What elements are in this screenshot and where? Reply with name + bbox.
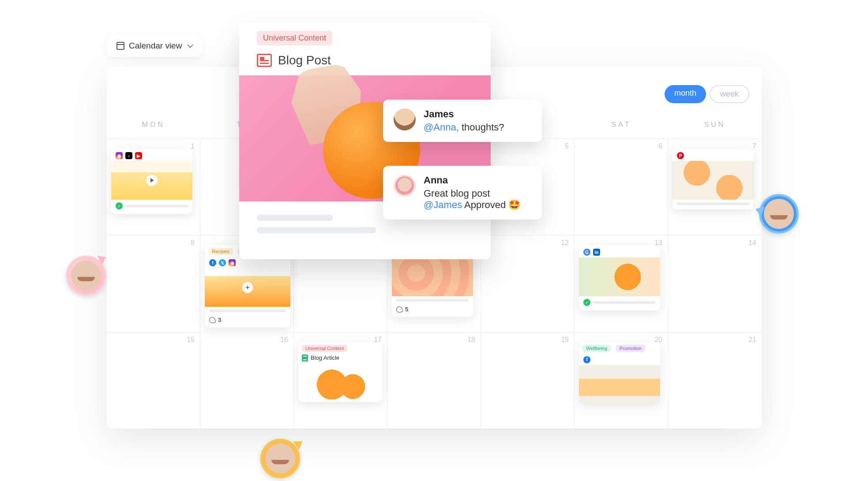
date-label: 5: [565, 142, 569, 150]
comment-text: Great blog post: [424, 188, 490, 199]
toggle-month[interactable]: month: [665, 85, 706, 103]
comment-author: Anna: [424, 175, 520, 186]
card-channel-icons: f: [579, 353, 660, 365]
comment-mention[interactable]: @Anna,: [424, 122, 459, 133]
play-icon[interactable]: [146, 175, 158, 186]
card-thumbnail: [673, 161, 754, 200]
card-footer: ✓: [579, 296, 660, 310]
tag-universal-content[interactable]: Universal Content: [302, 345, 347, 352]
card-footer: ✓: [111, 200, 192, 214]
card-footer: [673, 200, 754, 209]
date-label: 7: [752, 142, 756, 150]
date-label: 8: [191, 239, 195, 247]
weekday-label: SUN: [668, 121, 762, 138]
cell-18[interactable]: 18: [387, 332, 481, 429]
date-label: 19: [561, 336, 569, 344]
cell-12[interactable]: 12: [481, 235, 575, 332]
chevron-down-icon: [187, 42, 193, 48]
blog-post-title: Blog Post: [278, 53, 331, 67]
pinterest-icon: P: [677, 152, 684, 159]
avatar-face: [71, 261, 101, 291]
tag-universal-content[interactable]: Universal Content: [257, 31, 332, 45]
calendar-icon: [116, 42, 124, 50]
comment-text: thoughts?: [459, 122, 504, 133]
tag-promotion[interactable]: Promotion: [616, 345, 645, 352]
collaborator-cursor-james: [260, 439, 300, 478]
zoom-in-icon[interactable]: ＋: [242, 282, 253, 293]
comment-bubble-anna[interactable]: Anna Great blog post @James Approved 🤩: [383, 166, 542, 220]
cell-19[interactable]: 19: [481, 332, 575, 429]
avatar-face: [764, 199, 794, 229]
twitter-icon: 𝕏: [219, 259, 226, 266]
approved-icon: ✓: [116, 202, 123, 209]
calendar-view-dropdown[interactable]: Calendar view: [107, 35, 202, 57]
approved-icon: ✓: [583, 299, 590, 306]
date-label: 12: [561, 239, 569, 247]
doc-label: Blog Article: [311, 354, 339, 361]
comment-icon: [396, 306, 402, 313]
cell-8[interactable]: 8: [107, 235, 200, 332]
youtube-icon: ▶: [135, 152, 142, 159]
cell-6[interactable]: 6: [575, 138, 668, 235]
avatar-face: [265, 444, 295, 474]
post-card-sat20[interactable]: Wellbeing Promotion f: [579, 342, 660, 404]
post-card-mon1[interactable]: ◉ ♪ ▶ ✓: [111, 149, 192, 214]
caption-placeholder: [396, 299, 469, 302]
range-toggle: month week: [665, 85, 749, 103]
comment-author: James: [424, 108, 504, 120]
cell-20[interactable]: 20 Wellbeing Promotion f: [575, 332, 668, 429]
comment-count: 5: [405, 306, 408, 313]
tag-recipes[interactable]: Recipes: [208, 248, 233, 255]
calendar-view-label: Calendar view: [129, 41, 182, 51]
tag-wellbeing[interactable]: Wellbeing: [582, 345, 611, 352]
card-channel-icons: G in: [579, 245, 660, 257]
cell-14[interactable]: 14: [668, 235, 762, 332]
comment-bubble-james[interactable]: James @Anna, thoughts?: [383, 100, 542, 142]
weekday-label: MON: [107, 121, 200, 138]
cell-13[interactable]: 13 G in ✓: [575, 235, 668, 332]
post-card-sun7[interactable]: P: [673, 149, 754, 209]
comment-icon: [209, 317, 215, 323]
google-icon: G: [583, 249, 590, 256]
cell-7[interactable]: 7 P: [668, 138, 762, 235]
caption-placeholder: [125, 205, 188, 207]
cell-21[interactable]: 21: [668, 332, 762, 429]
toggle-week[interactable]: week: [710, 85, 749, 103]
facebook-icon: f: [209, 259, 216, 266]
card-thumbnail: [579, 257, 660, 296]
collaborator-cursor-anna: [66, 256, 106, 295]
cell-15[interactable]: 15: [107, 332, 200, 429]
linkedin-icon: in: [593, 249, 600, 256]
blog-post-title-row: Blog Post: [257, 53, 491, 67]
document-icon: [302, 354, 308, 362]
date-label: 6: [658, 142, 662, 150]
cell-16[interactable]: 16: [200, 332, 294, 429]
comment-count: 3: [218, 317, 221, 323]
instagram-icon: ◉: [229, 259, 236, 266]
collaborator-cursor-maya: [759, 194, 799, 234]
comment-mention[interactable]: @James: [424, 199, 462, 210]
newspaper-icon: [257, 54, 272, 67]
card-footer: [205, 307, 290, 317]
date-label: 21: [748, 336, 756, 344]
card-comments[interactable]: 3: [205, 317, 290, 328]
date-label: 18: [467, 336, 475, 344]
date-label: 15: [187, 336, 195, 344]
card-channel-icons: P: [673, 149, 754, 161]
date-label: 14: [748, 239, 756, 247]
post-card-sat13[interactable]: G in ✓: [579, 245, 660, 310]
caption-placeholder: [593, 301, 656, 304]
card-footer: [392, 296, 473, 306]
card-thumbnail: [579, 365, 660, 404]
card-thumbnail: ＋: [205, 268, 290, 307]
card-thumbnail: [298, 363, 382, 402]
avatar: [394, 175, 416, 197]
facebook-icon: f: [583, 356, 590, 363]
date-label: 1: [191, 142, 195, 150]
post-card-wed17[interactable]: Universal Content Blog Article: [298, 342, 382, 402]
card-comments[interactable]: 5: [392, 306, 473, 317]
cell-1[interactable]: 1 ◉ ♪ ▶ ✓: [107, 138, 200, 235]
caption-placeholder: [209, 309, 286, 312]
cell-17[interactable]: 17 Universal Content Blog Article: [294, 332, 387, 429]
card-channel-icons: ◉ ♪ ▶: [111, 149, 192, 161]
